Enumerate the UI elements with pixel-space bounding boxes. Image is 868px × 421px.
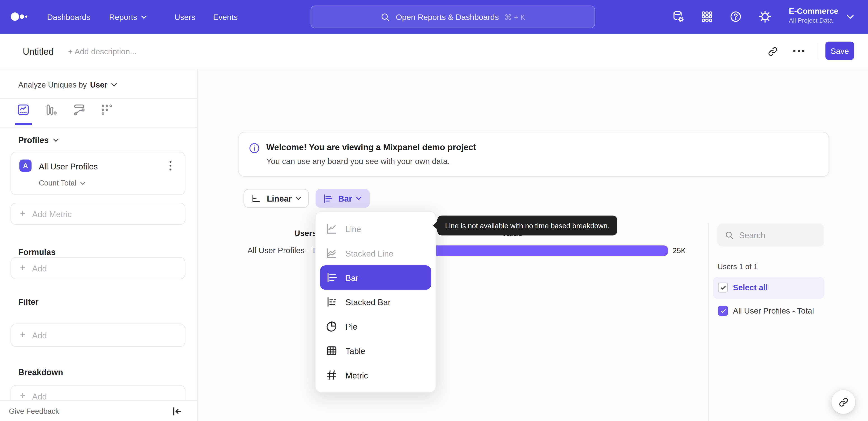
more-options-icon[interactable] xyxy=(793,49,803,59)
save-button[interactable]: Save xyxy=(825,41,854,60)
metric-kebab-icon[interactable] xyxy=(169,161,172,171)
add-label: Add xyxy=(32,331,47,340)
formulas-label: Formulas xyxy=(18,247,56,256)
top-nav: Dashboards Reports Users Events Open Rep… xyxy=(0,0,868,34)
search-placeholder: Open Reports & Dashboards xyxy=(396,12,499,21)
copy-link-icon[interactable] xyxy=(768,47,778,57)
help-icon[interactable] xyxy=(729,10,742,23)
tooltip-arrow xyxy=(433,221,438,230)
menu-item-bar[interactable]: Bar xyxy=(320,265,431,290)
analyze-label: Analyze Uniques by xyxy=(18,80,87,89)
breakdown-section-header: Breakdown xyxy=(18,367,63,377)
add-label: Add xyxy=(32,391,47,401)
menu-item-table[interactable]: Table xyxy=(315,338,436,363)
nav-item-label: Users xyxy=(174,12,195,21)
settings-gear-icon[interactable] xyxy=(758,10,772,23)
check-icon xyxy=(720,285,726,291)
disabled-option-tooltip: Line is not available with no time based… xyxy=(437,216,617,235)
series-search-input[interactable]: Search xyxy=(717,224,825,246)
nav-item-label: Events xyxy=(213,12,238,21)
menu-item-pie[interactable]: Pie xyxy=(315,314,436,339)
check-icon xyxy=(720,308,726,314)
link-icon xyxy=(838,397,848,407)
project-selector[interactable]: E-Commerce All Project Data xyxy=(789,5,838,25)
bar-chart-icon xyxy=(322,193,333,204)
menu-item-line[interactable]: Line xyxy=(315,217,436,241)
metric-hash-icon xyxy=(326,369,338,381)
global-search-input[interactable]: Open Reports & Dashboards ⌘ + K xyxy=(311,5,595,28)
divider xyxy=(817,43,818,59)
save-button-label: Save xyxy=(831,46,849,55)
menu-item-label: Bar xyxy=(345,273,358,282)
search-icon xyxy=(725,230,734,240)
chevron-down-icon xyxy=(356,197,362,200)
add-formula-button[interactable]: +Add xyxy=(11,257,186,279)
select-all-checkbox[interactable] xyxy=(718,283,728,292)
divider xyxy=(0,128,197,128)
search-shortcut: ⌘ + K xyxy=(504,12,525,21)
data-management-icon[interactable] xyxy=(672,10,685,23)
tab-flows[interactable] xyxy=(72,103,86,116)
stacked-line-chart-icon xyxy=(326,247,338,259)
project-scope: All Project Data xyxy=(789,17,838,25)
series-checkbox[interactable] xyxy=(718,306,728,316)
collapse-sidebar-icon[interactable] xyxy=(173,407,182,416)
analyze-value-dropdown[interactable]: User xyxy=(90,80,107,89)
chevron-down-icon xyxy=(847,15,854,19)
chart-type-button[interactable]: Bar xyxy=(315,189,370,208)
menu-item-metric[interactable]: Metric xyxy=(315,363,436,387)
metric-aggregation-dropdown[interactable]: Count Total xyxy=(39,179,85,187)
pie-chart-icon xyxy=(326,320,338,333)
chevron-down-icon xyxy=(80,181,85,185)
series-count-label: Users 1 of 1 xyxy=(717,263,758,271)
chevron-down-icon xyxy=(296,197,301,200)
add-metric-label: Add Metric xyxy=(32,209,72,219)
plus-icon: + xyxy=(20,330,25,341)
tooltip-text: Line is not available with no time based… xyxy=(445,221,610,230)
nav-item-dashboards[interactable]: Dashboards xyxy=(47,0,90,34)
series-row-label: All User Profiles - Total xyxy=(733,306,814,315)
chart-type-menu: Line Stacked Line Bar Stacked Bar Pie Ta… xyxy=(315,211,436,393)
give-feedback-link[interactable]: Give Feedback xyxy=(9,407,59,416)
nav-item-events[interactable]: Events xyxy=(213,0,238,34)
welcome-banner xyxy=(238,132,829,177)
apps-grid-icon[interactable] xyxy=(700,10,714,23)
add-filter-button[interactable]: +Add xyxy=(11,324,186,347)
menu-item-label: Stacked Bar xyxy=(345,297,391,307)
scale-selector-button[interactable]: Linear xyxy=(244,189,309,208)
mixpanel-logo-icon[interactable] xyxy=(10,11,29,22)
linear-scale-icon xyxy=(251,193,261,204)
tab-insights[interactable] xyxy=(17,103,30,116)
aggregation-label: Count Total xyxy=(39,179,76,187)
metric-card[interactable] xyxy=(11,152,186,195)
banner-subtitle: You can use any board you see with your … xyxy=(266,157,450,166)
share-link-fab[interactable] xyxy=(831,390,855,414)
select-all-label: Select all xyxy=(733,283,768,292)
filter-section-header: Filter xyxy=(18,297,39,307)
tab-funnels[interactable] xyxy=(44,103,58,116)
add-label: Add xyxy=(32,263,47,273)
profiles-label: Profiles xyxy=(18,135,49,145)
menu-item-stacked-line[interactable]: Stacked Line xyxy=(315,241,436,265)
select-all-row[interactable] xyxy=(713,277,824,299)
profiles-section-header[interactable]: Profiles xyxy=(18,135,59,145)
chevron-down-icon xyxy=(53,138,59,142)
nav-item-reports[interactable]: Reports xyxy=(109,0,147,34)
scale-label: Linear xyxy=(267,194,291,203)
add-metric-button[interactable]: +Add Metric xyxy=(11,203,186,225)
metric-letter-badge: A xyxy=(20,160,32,172)
chevron-down-icon xyxy=(141,15,147,19)
app-root: Dashboards Reports Users Events Open Rep… xyxy=(0,0,868,421)
tab-retention[interactable] xyxy=(100,103,114,116)
menu-item-label: Metric xyxy=(345,370,368,380)
add-description-field[interactable]: + Add description... xyxy=(68,34,136,69)
nav-item-users[interactable]: Users xyxy=(174,0,195,34)
plus-icon: + xyxy=(20,263,25,274)
metric-name[interactable]: All User Profiles xyxy=(39,162,98,171)
plus-icon: + xyxy=(20,208,25,219)
report-title[interactable]: Untitled xyxy=(23,34,54,69)
chart-bar-value: 25K xyxy=(673,247,686,255)
active-tab-indicator xyxy=(15,123,32,125)
analyze-uniques-by: Analyze Uniques by User xyxy=(18,77,117,93)
menu-item-stacked-bar[interactable]: Stacked Bar xyxy=(315,290,436,314)
